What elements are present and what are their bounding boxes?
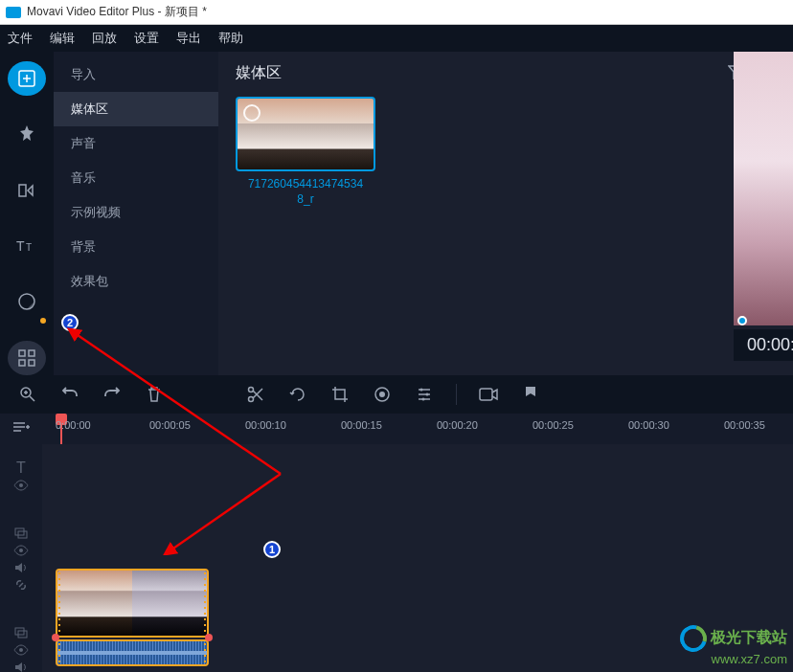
keyframe-icon[interactable]: [52, 634, 59, 641]
clip-handle-right[interactable]: [203, 571, 207, 636]
app-icon: [6, 7, 21, 18]
marker-icon[interactable]: [520, 384, 541, 405]
adjust-icon[interactable]: [414, 384, 435, 405]
tick: 00:00:15: [341, 419, 382, 431]
record-icon[interactable]: [478, 384, 499, 405]
text-track-icon[interactable]: T: [11, 461, 31, 475]
overlay-track-controls: [11, 526, 31, 592]
import-subpanel: 导入 媒体区 声音 音乐 示例视频 背景 效果包: [54, 52, 218, 375]
menu-edit[interactable]: 编辑: [50, 30, 75, 47]
menu-export[interactable]: 导出: [176, 30, 201, 47]
tick: 00:00:05: [149, 419, 191, 431]
clip-frame: [132, 571, 207, 636]
sub-media[interactable]: 媒体区: [54, 92, 218, 126]
preview-panel[interactable]: [734, 52, 793, 325]
undo-icon[interactable]: [59, 384, 80, 405]
color-icon[interactable]: [372, 384, 393, 405]
sub-import[interactable]: 导入: [54, 57, 218, 92]
layers-icon[interactable]: [11, 526, 31, 540]
tick: 00:00:25: [532, 419, 574, 431]
watermark-icon: [675, 620, 712, 657]
svg-rect-8: [29, 360, 34, 366]
volume-icon[interactable]: [11, 661, 31, 672]
main-area: TT 导入 媒体区 声音 音乐 示例视频 背景 效果包 媒体区 7172604: [0, 52, 793, 375]
notification-dot: [40, 318, 46, 324]
clip-thumbnail[interactable]: [236, 97, 375, 171]
video-clip[interactable]: [56, 569, 209, 638]
media-title: 媒体区: [236, 63, 282, 83]
sub-effects[interactable]: 效果包: [54, 264, 218, 299]
svg-point-18: [19, 483, 23, 487]
svg-point-21: [19, 549, 23, 552]
timeline-toolbar: [0, 375, 793, 414]
keyframe-icon[interactable]: [205, 634, 213, 641]
titles-tool[interactable]: TT: [8, 229, 46, 263]
annotation-marker-2: 2: [61, 314, 79, 331]
eye-icon[interactable]: [11, 643, 31, 657]
track-gutter: T: [0, 444, 42, 672]
filters-tool[interactable]: [8, 117, 46, 151]
menu-playback[interactable]: 回放: [92, 30, 117, 47]
eye-icon[interactable]: [11, 479, 31, 492]
tick: 00:00:35: [724, 419, 765, 431]
preview-timecode: 00:00:0: [734, 329, 793, 361]
window-title: Movavi Video Editor Plus - 新项目 *: [27, 4, 207, 20]
menu-file[interactable]: 文件: [8, 30, 33, 47]
svg-point-13: [379, 392, 385, 397]
timeline-ruler-row: 0:00:00 00:00:05 00:00:10 00:00:15 00:00…: [0, 414, 793, 444]
volume-icon[interactable]: [11, 561, 31, 574]
sub-background[interactable]: 背景: [54, 230, 218, 264]
tick: 00:00:10: [245, 419, 286, 431]
stickers-tool[interactable]: [8, 284, 46, 319]
menu-help[interactable]: 帮助: [218, 30, 243, 47]
tick: 0:00:00: [56, 419, 91, 431]
watermark: 极光下载站 www.xz7.com: [680, 625, 787, 666]
annotation-marker-1: 1: [263, 541, 281, 558]
media-header: 媒体区: [236, 63, 776, 83]
sub-voice[interactable]: 声音: [54, 126, 218, 161]
sub-music[interactable]: 音乐: [54, 161, 218, 195]
svg-rect-17: [480, 389, 492, 400]
video-track-controls: [11, 626, 31, 672]
clip-handle-right[interactable]: [203, 641, 207, 664]
menu-bar[interactable]: 文件 编辑 回放 设置 导出 帮助: [0, 25, 793, 52]
svg-text:T: T: [26, 242, 32, 253]
svg-text:T: T: [16, 238, 25, 254]
link-icon[interactable]: [11, 578, 31, 592]
menu-settings[interactable]: 设置: [134, 30, 159, 47]
timeline-ruler[interactable]: 0:00:00 00:00:05 00:00:10 00:00:15 00:00…: [42, 414, 793, 444]
rotate-icon[interactable]: [287, 384, 308, 405]
audio-clip[interactable]: [56, 639, 209, 666]
title-bar: Movavi Video Editor Plus - 新项目 *: [0, 0, 793, 25]
svg-point-15: [426, 393, 429, 396]
clip-handle-left[interactable]: [57, 571, 61, 636]
transitions-tool[interactable]: [8, 173, 46, 208]
clip-handle-left[interactable]: [57, 641, 61, 664]
svg-point-16: [422, 398, 425, 401]
title-track-controls: T: [11, 461, 31, 492]
svg-point-24: [19, 648, 23, 652]
more-tools[interactable]: [8, 341, 46, 375]
clip-name: 717260454413474534 8_r: [236, 177, 375, 207]
eye-icon[interactable]: [11, 544, 31, 557]
crop-icon[interactable]: [329, 384, 351, 405]
svg-rect-1: [19, 185, 26, 196]
redo-icon[interactable]: [102, 384, 123, 405]
tick: 00:00:30: [628, 419, 669, 431]
delete-icon[interactable]: [144, 384, 165, 405]
svg-rect-7: [19, 360, 25, 366]
split-icon[interactable]: [245, 384, 266, 405]
waveform: [57, 641, 207, 664]
clip-frame: [57, 571, 132, 636]
sub-samples[interactable]: 示例视频: [54, 195, 218, 230]
media-clip[interactable]: 717260454413474534 8_r: [236, 97, 375, 207]
preview-playhead-icon[interactable]: [737, 316, 747, 325]
svg-rect-5: [19, 350, 25, 356]
add-media-tool[interactable]: [8, 61, 46, 96]
media-area: 媒体区 717260454413474534 8_r: [218, 52, 793, 375]
layers-icon[interactable]: [11, 626, 31, 639]
add-track-button[interactable]: [0, 420, 42, 437]
zoom-in-icon[interactable]: [17, 384, 38, 405]
left-toolbar: TT: [0, 52, 54, 375]
svg-point-14: [420, 389, 423, 392]
